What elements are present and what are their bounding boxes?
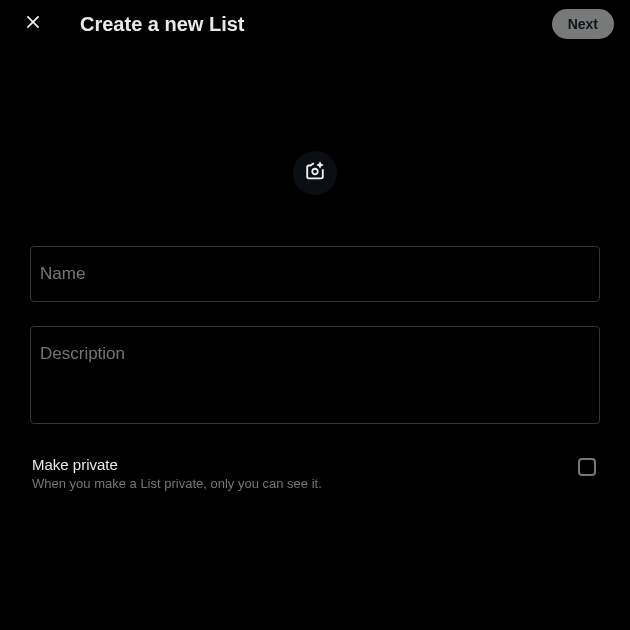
next-button[interactable]: Next <box>552 9 614 39</box>
close-icon <box>23 12 43 36</box>
camera-plus-icon <box>304 160 326 186</box>
modal-title: Create a new List <box>80 13 552 36</box>
add-banner-photo-button[interactable] <box>293 151 337 195</box>
make-private-text: Make private When you make a List privat… <box>32 456 578 491</box>
make-private-label: Make private <box>32 456 578 473</box>
name-field[interactable]: Name <box>30 246 600 302</box>
close-button[interactable] <box>16 7 50 41</box>
make-private-description: When you make a List private, only you c… <box>32 476 578 491</box>
form: Name Description Make private When you m… <box>0 228 630 517</box>
make-private-checkbox[interactable] <box>578 458 596 476</box>
modal-header: Create a new List Next <box>0 0 630 48</box>
description-field[interactable]: Description <box>30 326 600 424</box>
name-input[interactable] <box>31 247 599 301</box>
description-input[interactable] <box>31 327 599 423</box>
banner-area <box>0 48 630 228</box>
make-private-row: Make private When you make a List privat… <box>30 448 600 499</box>
